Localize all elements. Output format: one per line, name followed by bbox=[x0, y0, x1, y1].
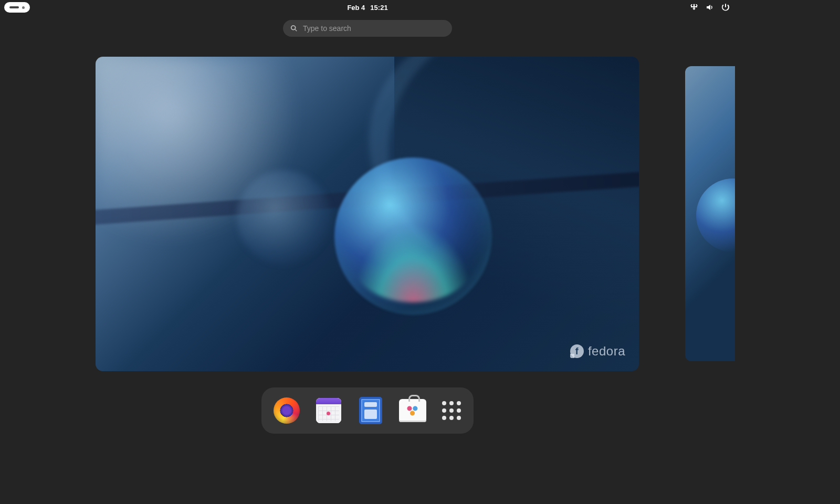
system-status-area[interactable] bbox=[690, 0, 730, 15]
software-icon bbox=[399, 399, 426, 422]
dock-app-software[interactable] bbox=[399, 397, 426, 424]
top-bar: Feb 4 15:21 bbox=[0, 0, 735, 15]
show-apps-button[interactable] bbox=[441, 400, 462, 421]
firefox-icon bbox=[274, 397, 300, 424]
clock-button[interactable]: Feb 4 15:21 bbox=[347, 4, 387, 12]
search-input[interactable] bbox=[303, 24, 445, 33]
fedora-logo-icon: f bbox=[570, 344, 584, 358]
workspace-2[interactable] bbox=[685, 66, 735, 361]
dock-app-firefox[interactable] bbox=[273, 397, 300, 424]
network-icon bbox=[690, 3, 698, 12]
dock-app-calendar[interactable] bbox=[315, 397, 342, 424]
fedora-watermark: f fedora bbox=[570, 344, 625, 359]
calendar-icon bbox=[316, 398, 341, 423]
workspace-1[interactable]: f fedora bbox=[96, 57, 639, 371]
dock-app-files[interactable] bbox=[357, 397, 384, 424]
volume-icon bbox=[706, 3, 714, 12]
power-icon bbox=[721, 3, 730, 12]
dash bbox=[261, 387, 474, 434]
search-icon bbox=[290, 25, 298, 32]
activities-button[interactable] bbox=[4, 2, 30, 13]
files-icon bbox=[359, 397, 382, 424]
overview-search[interactable] bbox=[283, 20, 452, 37]
time-label: 15:21 bbox=[370, 4, 387, 12]
wallpaper: f fedora bbox=[96, 57, 639, 371]
fedora-brand-label: fedora bbox=[588, 344, 625, 359]
date-label: Feb 4 bbox=[347, 4, 365, 12]
workspace-indicator-dot bbox=[22, 6, 25, 9]
workspace-indicator-active bbox=[9, 6, 19, 8]
